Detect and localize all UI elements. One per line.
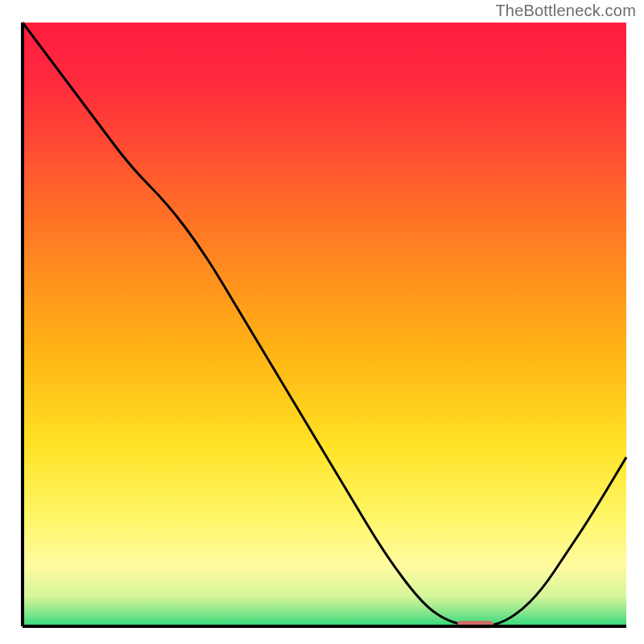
watermark-text: TheBottleneck.com: [495, 2, 636, 20]
chart-svg: [0, 0, 644, 644]
chart-stage: TheBottleneck.com: [0, 0, 644, 644]
plot-background: [23, 23, 626, 626]
